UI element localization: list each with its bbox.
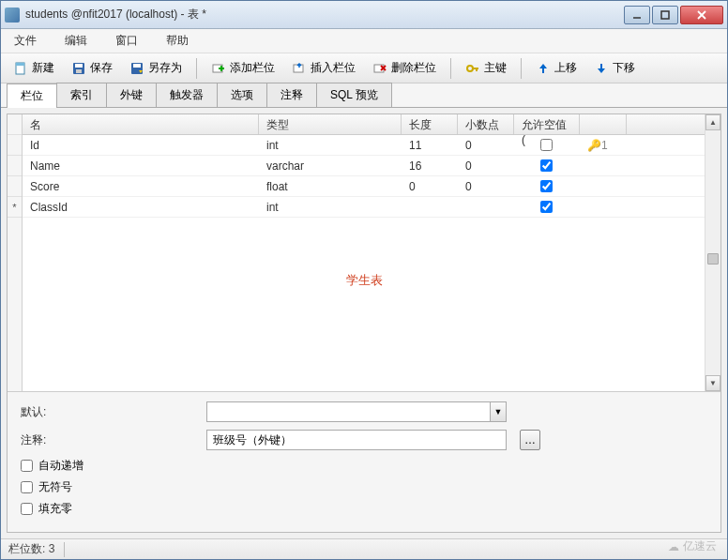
tab-sql-preview[interactable]: SQL 预览	[316, 83, 392, 107]
col-header-name[interactable]: 名	[23, 114, 259, 134]
tab-indexes[interactable]: 索引	[56, 83, 107, 107]
close-button[interactable]	[680, 6, 723, 24]
status-separator	[64, 542, 65, 557]
key-icon	[465, 61, 480, 76]
cloud-icon: ☁	[668, 540, 679, 553]
new-icon	[13, 61, 28, 76]
allow-null-checkbox[interactable]	[540, 201, 553, 213]
menu-edit[interactable]: 编辑	[59, 31, 93, 51]
col-header-decimals[interactable]: 小数点	[458, 114, 514, 134]
row-marker[interactable]	[8, 135, 22, 156]
add-field-icon	[211, 61, 226, 76]
tabs: 栏位 索引 外键 触发器 选项 注释 SQL 预览	[1, 83, 727, 108]
arrow-up-icon	[536, 61, 551, 76]
row-header-gutter: *	[8, 114, 23, 391]
move-up-button[interactable]: 上移	[529, 57, 584, 79]
svg-rect-7	[75, 64, 83, 68]
row-marker[interactable]	[8, 176, 22, 197]
scroll-down-button[interactable]: ▼	[705, 375, 720, 391]
save-button[interactable]: 保存	[65, 57, 119, 79]
primary-key-button[interactable]: 主键	[459, 57, 513, 79]
table-row[interactable]: Score float 0 0	[23, 176, 705, 197]
col-header-key[interactable]	[580, 114, 627, 134]
window-title: students @nfit2017 (localhost) - 表 *	[25, 7, 624, 23]
unsigned-label: 无符号	[38, 479, 72, 495]
row-marker[interactable]: *	[8, 197, 22, 218]
arrow-down-icon	[594, 61, 609, 76]
grid-header: 名 类型 长度 小数点 允许空值 (	[23, 114, 705, 135]
insert-field-button[interactable]: 插入栏位	[285, 57, 362, 79]
scroll-thumb[interactable]	[707, 253, 719, 265]
primary-key-indicator[interactable]: 🔑1	[580, 135, 627, 155]
table-row[interactable]: Id int 11 0 🔑1	[23, 135, 705, 156]
brand-watermark: ☁亿速云	[668, 538, 717, 554]
auto-increment-checkbox[interactable]	[21, 460, 33, 472]
content: * 名 类型 长度 小数点 允许空值 ( Id int 11 0 🔑1	[7, 114, 721, 533]
insert-field-icon	[292, 61, 307, 76]
tab-comment[interactable]: 注释	[266, 83, 317, 107]
menubar: 文件 编辑 窗口 帮助	[1, 29, 727, 53]
fields-grid-wrap: * 名 类型 长度 小数点 允许空值 ( Id int 11 0 🔑1	[8, 114, 720, 391]
maximize-button[interactable]	[652, 6, 678, 24]
tab-triggers[interactable]: 触发器	[156, 83, 218, 107]
toolbar-separator	[196, 58, 197, 79]
svg-rect-5	[16, 63, 24, 66]
minimize-button[interactable]	[624, 6, 650, 24]
dropdown-button[interactable]: ▼	[490, 401, 507, 422]
menu-window[interactable]: 窗口	[110, 31, 144, 51]
tab-foreign-keys[interactable]: 外键	[106, 83, 157, 107]
col-header-type[interactable]: 类型	[259, 114, 402, 134]
toolbar-separator	[521, 58, 522, 79]
svg-rect-8	[76, 69, 82, 73]
zerofill-checkbox[interactable]	[21, 503, 33, 515]
fields-grid: 名 类型 长度 小数点 允许空值 ( Id int 11 0 🔑1 Name	[23, 114, 705, 391]
zerofill-label: 填充零	[38, 501, 72, 517]
delete-field-icon	[372, 61, 387, 76]
window-controls	[624, 6, 723, 24]
scroll-up-button[interactable]: ▲	[705, 114, 720, 130]
unsigned-checkbox[interactable]	[21, 481, 33, 493]
allow-null-checkbox[interactable]	[540, 139, 553, 151]
saveas-icon	[129, 61, 144, 76]
col-header-allow-null[interactable]: 允许空值 (	[514, 114, 580, 134]
vertical-scrollbar[interactable]: ▲ ▼	[705, 114, 720, 391]
table-row[interactable]: ClassId int	[23, 197, 705, 218]
toolbar: 新建 保存 另存为 添加栏位 插入栏位 删除栏位 主键 上移 下移	[1, 53, 727, 83]
saveas-button[interactable]: 另存为	[123, 57, 189, 79]
ellipsis-button[interactable]: …	[520, 430, 540, 450]
titlebar: students @nfit2017 (localhost) - 表 *	[1, 1, 727, 29]
tab-options[interactable]: 选项	[217, 83, 267, 107]
add-field-button[interactable]: 添加栏位	[205, 57, 281, 79]
toolbar-separator	[450, 58, 451, 79]
default-combo[interactable]: ▼	[206, 401, 507, 422]
save-icon	[71, 61, 86, 76]
table-row[interactable]: Name varchar 16 0	[23, 156, 705, 176]
default-label: 默认:	[21, 404, 199, 420]
allow-null-checkbox[interactable]	[540, 180, 553, 192]
new-button[interactable]: 新建	[7, 57, 61, 79]
tab-fields[interactable]: 栏位	[7, 83, 57, 108]
field-count-status: 栏位数: 3	[8, 541, 54, 557]
svg-rect-10	[133, 64, 141, 68]
row-marker[interactable]	[8, 156, 22, 176]
app-window: students @nfit2017 (localhost) - 表 * 文件 …	[0, 0, 728, 560]
svg-rect-1	[661, 11, 669, 19]
menu-help[interactable]: 帮助	[160, 31, 194, 51]
field-properties: 默认: ▼ 注释: … 自动递增 无符号 填充零	[8, 391, 720, 532]
allow-null-checkbox[interactable]	[540, 159, 553, 172]
col-header-length[interactable]: 长度	[402, 114, 458, 134]
move-down-button[interactable]: 下移	[587, 57, 642, 79]
svg-rect-14	[294, 65, 303, 72]
comment-input[interactable]	[206, 430, 507, 450]
statusbar: 栏位数: 3	[1, 538, 727, 559]
auto-increment-label: 自动递增	[38, 458, 83, 474]
default-input[interactable]	[206, 401, 490, 422]
watermark-label: 学生表	[8, 272, 720, 289]
delete-field-button[interactable]: 删除栏位	[366, 57, 443, 79]
app-icon	[5, 8, 20, 23]
menu-file[interactable]: 文件	[8, 31, 42, 51]
comment-label: 注释:	[21, 432, 199, 448]
